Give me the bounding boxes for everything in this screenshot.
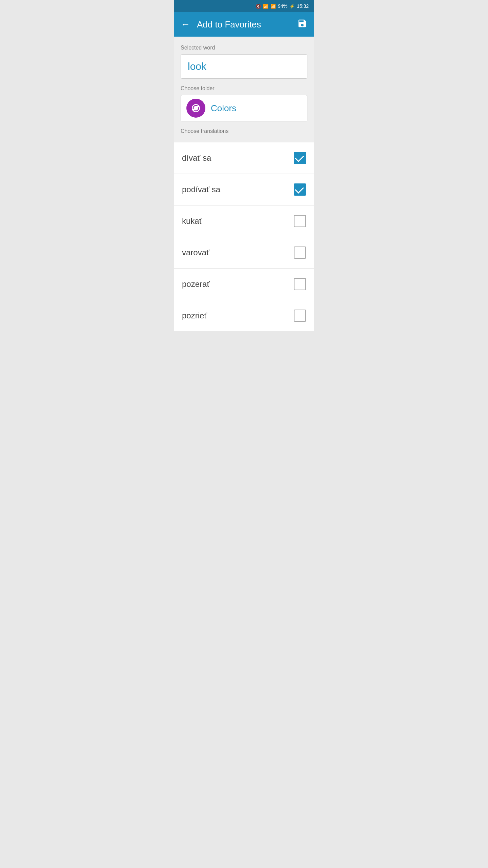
selected-word-input[interactable]: look — [181, 54, 307, 79]
translation-checkbox[interactable] — [294, 278, 306, 290]
list-item[interactable]: dívať sa — [174, 142, 314, 174]
mute-icon: 🔇 — [256, 4, 261, 9]
translation-checkbox[interactable] — [294, 152, 306, 164]
translation-text: varovať — [182, 248, 209, 257]
battery-icon: ⚡ — [289, 4, 295, 9]
battery-text: 94% — [278, 3, 287, 9]
list-item[interactable]: kukať — [174, 205, 314, 237]
signal-icon: 📶 — [270, 4, 276, 9]
selected-word-label: Selected word — [181, 45, 307, 51]
folder-selector[interactable]: Colors — [181, 95, 307, 121]
folder-name: Colors — [211, 103, 236, 114]
choose-translations-label: Choose translations — [181, 128, 307, 137]
save-button[interactable] — [297, 18, 307, 31]
translation-text: pozrieť — [182, 311, 207, 320]
translation-text: dívať sa — [182, 153, 211, 163]
status-bar: 🔇 📶 📶 94% ⚡ 15:32 — [174, 0, 314, 12]
translation-checkbox[interactable] — [294, 310, 306, 322]
wifi-icon: 📶 — [263, 4, 268, 9]
translations-list: dívať sa podívať sa kukať varovať pozera… — [174, 142, 314, 331]
list-item[interactable]: varovať — [174, 237, 314, 269]
app-bar: ← Add to Favorites — [174, 12, 314, 37]
selected-word-value: look — [188, 61, 206, 72]
page-title: Add to Favorites — [197, 19, 261, 30]
list-item[interactable]: pozrieť — [174, 300, 314, 331]
app-bar-left: ← Add to Favorites — [181, 19, 261, 30]
translation-checkbox[interactable] — [294, 215, 306, 227]
time-text: 15:32 — [297, 3, 309, 9]
translation-text: pozerať — [182, 279, 210, 289]
translation-text: kukať — [182, 216, 202, 226]
translation-checkbox[interactable] — [294, 246, 306, 259]
list-item[interactable]: pozerať — [174, 269, 314, 300]
folder-icon — [186, 99, 205, 118]
translation-text: podívať sa — [182, 185, 220, 194]
back-button[interactable]: ← — [181, 20, 190, 29]
choose-folder-label: Choose folder — [181, 85, 307, 92]
form-content: Selected word look Choose folder Colors … — [174, 37, 314, 142]
list-item[interactable]: podívať sa — [174, 174, 314, 205]
translation-checkbox[interactable] — [294, 183, 306, 196]
status-icons: 🔇 📶 📶 94% ⚡ 15:32 — [256, 3, 309, 9]
